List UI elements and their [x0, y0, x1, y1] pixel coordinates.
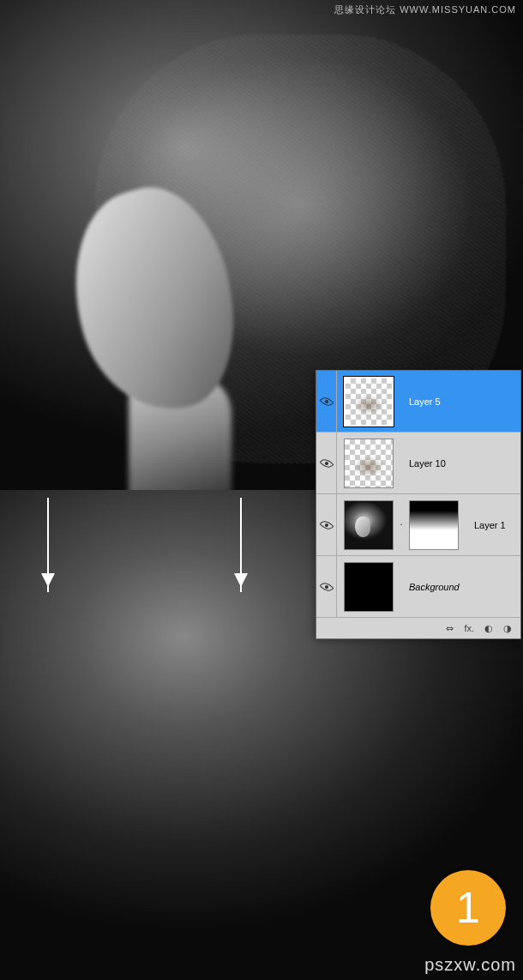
eye-icon [319, 394, 334, 408]
layers-panel-footer: ⇔ fx. ◐ ◑ [316, 618, 520, 638]
eye-icon [319, 517, 334, 532]
link-layers-icon[interactable]: ⇔ [446, 623, 454, 634]
layer-name-label[interactable]: Layer 10 [400, 458, 520, 469]
step-number-badge: 1 [430, 870, 506, 946]
layer-thumbnail[interactable] [344, 562, 394, 612]
visibility-toggle[interactable] [316, 556, 337, 617]
layer-mask-thumbnail[interactable] [409, 500, 459, 550]
layer-thumbnail[interactable] [344, 377, 394, 426]
layer-name-label[interactable]: Layer 5 [400, 396, 520, 407]
arrow-down-icon [47, 498, 49, 592]
layer-row-background[interactable]: Background [316, 556, 520, 618]
layer-row-layer10[interactable]: Layer 10 [316, 433, 520, 494]
fx-icon[interactable]: fx. [464, 623, 474, 633]
arrow-down-icon [240, 498, 242, 592]
watermark-bottom: pszxw.com [424, 955, 516, 975]
visibility-toggle[interactable] [316, 433, 337, 493]
layer-name-label[interactable]: Background [400, 582, 520, 592]
visibility-toggle[interactable] [316, 371, 337, 432]
visibility-toggle[interactable] [316, 494, 337, 555]
layer-row-layer1[interactable]: ⬝ Layer 1 [316, 494, 520, 556]
eye-icon [319, 579, 334, 594]
layer-thumbnail[interactable] [344, 500, 394, 550]
layer-row-layer5[interactable]: Layer 5 [316, 371, 520, 433]
adjustment-layer-icon[interactable]: ◑ [503, 623, 512, 634]
layer-thumbnail[interactable] [344, 439, 394, 488]
add-mask-icon[interactable]: ◐ [484, 623, 493, 634]
link-icon: ⬝ [399, 520, 404, 529]
layers-panel: Layer 5 Layer 10 ⬝ Layer 1 Background ⇔ [316, 370, 521, 639]
layer-name-label[interactable]: Layer 1 [466, 520, 520, 530]
watermark-top: 思缘设计论坛 WWW.MISSYUAN.COM [334, 3, 516, 16]
eye-icon [319, 456, 334, 470]
step-number-text: 1 [456, 883, 480, 933]
